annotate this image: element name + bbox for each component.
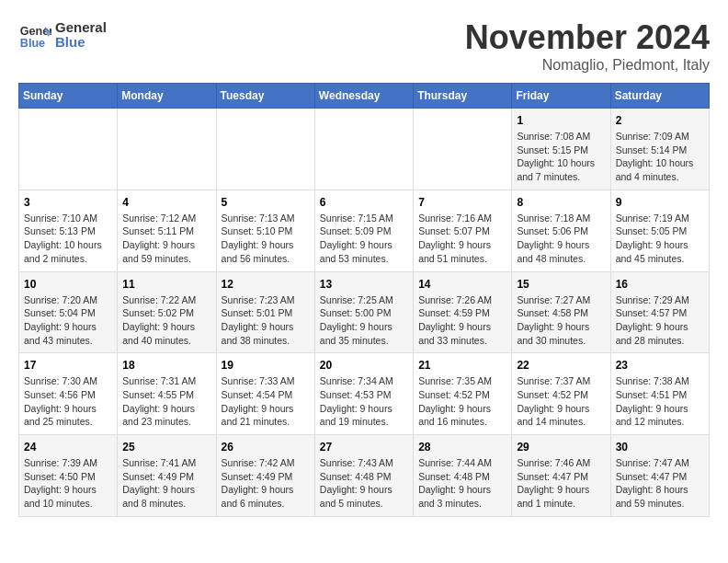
day-number: 27 (320, 441, 408, 454)
calendar-cell: 11Sunrise: 7:22 AM Sunset: 5:02 PM Dayli… (118, 271, 216, 353)
calendar-cell: 3Sunrise: 7:10 AM Sunset: 5:13 PM Daylig… (19, 190, 118, 271)
day-number: 11 (122, 278, 210, 291)
weekday-header-friday: Friday (512, 84, 610, 109)
calendar-cell: 20Sunrise: 7:34 AM Sunset: 4:53 PM Dayli… (314, 353, 413, 435)
weekday-header-wednesday: Wednesday (314, 84, 413, 109)
day-number: 6 (320, 196, 408, 209)
logo-icon: General Blue (18, 18, 51, 52)
day-info: Sunrise: 7:33 AM Sunset: 4:54 PM Dayligh… (222, 374, 310, 429)
weekday-header-monday: Monday (118, 84, 216, 109)
day-info: Sunrise: 7:12 AM Sunset: 5:11 PM Dayligh… (122, 212, 210, 266)
day-info: Sunrise: 7:34 AM Sunset: 4:53 PM Dayligh… (320, 374, 408, 429)
week-row-1: 1Sunrise: 7:08 AM Sunset: 5:15 PM Daylig… (19, 109, 710, 190)
calendar-cell: 24Sunrise: 7:39 AM Sunset: 4:50 PM Dayli… (19, 435, 118, 517)
day-info: Sunrise: 7:37 AM Sunset: 4:52 PM Dayligh… (517, 374, 605, 429)
weekday-header-saturday: Saturday (610, 84, 709, 109)
day-info: Sunrise: 7:23 AM Sunset: 5:01 PM Dayligh… (222, 293, 310, 348)
day-number: 2 (616, 114, 704, 127)
logo-blue: Blue (55, 35, 107, 51)
day-number: 13 (320, 278, 408, 291)
day-number: 30 (616, 441, 704, 454)
day-number: 15 (517, 278, 605, 291)
day-info: Sunrise: 7:27 AM Sunset: 4:58 PM Dayligh… (517, 293, 605, 348)
day-info: Sunrise: 7:08 AM Sunset: 5:15 PM Dayligh… (517, 130, 605, 184)
calendar-cell (314, 109, 413, 190)
header: General Blue General Blue November 2024 … (18, 18, 710, 74)
calendar-cell: 22Sunrise: 7:37 AM Sunset: 4:52 PM Dayli… (512, 353, 610, 435)
day-number: 4 (122, 196, 210, 209)
day-number: 8 (517, 196, 605, 209)
day-info: Sunrise: 7:22 AM Sunset: 5:02 PM Dayligh… (122, 293, 210, 348)
calendar-cell: 26Sunrise: 7:42 AM Sunset: 4:49 PM Dayli… (216, 435, 314, 517)
day-info: Sunrise: 7:10 AM Sunset: 5:13 PM Dayligh… (24, 212, 112, 266)
calendar-cell: 16Sunrise: 7:29 AM Sunset: 4:57 PM Dayli… (610, 271, 709, 353)
weekday-header-row: SundayMondayTuesdayWednesdayThursdayFrid… (19, 84, 710, 109)
week-row-2: 3Sunrise: 7:10 AM Sunset: 5:13 PM Daylig… (19, 190, 710, 271)
calendar-cell: 29Sunrise: 7:46 AM Sunset: 4:47 PM Dayli… (512, 435, 610, 517)
calendar-cell: 9Sunrise: 7:19 AM Sunset: 5:05 PM Daylig… (610, 190, 709, 271)
day-number: 25 (122, 441, 210, 454)
calendar-cell: 21Sunrise: 7:35 AM Sunset: 4:52 PM Dayli… (414, 353, 512, 435)
calendar-cell: 18Sunrise: 7:31 AM Sunset: 4:55 PM Dayli… (118, 353, 216, 435)
week-row-4: 17Sunrise: 7:30 AM Sunset: 4:56 PM Dayli… (19, 353, 710, 435)
calendar-cell (414, 109, 512, 190)
day-info: Sunrise: 7:13 AM Sunset: 5:10 PM Dayligh… (222, 212, 310, 266)
day-info: Sunrise: 7:25 AM Sunset: 5:00 PM Dayligh… (320, 293, 408, 348)
calendar-cell: 28Sunrise: 7:44 AM Sunset: 4:48 PM Dayli… (414, 435, 512, 517)
day-number: 1 (517, 114, 605, 127)
calendar-cell (19, 109, 118, 190)
day-number: 9 (616, 196, 704, 209)
day-info: Sunrise: 7:19 AM Sunset: 5:05 PM Dayligh… (616, 212, 704, 266)
day-info: Sunrise: 7:35 AM Sunset: 4:52 PM Dayligh… (418, 374, 506, 429)
week-row-3: 10Sunrise: 7:20 AM Sunset: 5:04 PM Dayli… (19, 271, 710, 353)
day-number: 21 (418, 359, 506, 372)
weekday-header-thursday: Thursday (414, 84, 512, 109)
day-info: Sunrise: 7:18 AM Sunset: 5:06 PM Dayligh… (517, 212, 605, 266)
day-number: 7 (418, 196, 506, 209)
day-number: 26 (222, 441, 310, 454)
day-info: Sunrise: 7:16 AM Sunset: 5:07 PM Dayligh… (418, 212, 506, 266)
calendar-cell: 6Sunrise: 7:15 AM Sunset: 5:09 PM Daylig… (314, 190, 413, 271)
day-number: 22 (517, 359, 605, 372)
day-number: 14 (418, 278, 506, 291)
day-info: Sunrise: 7:47 AM Sunset: 4:47 PM Dayligh… (616, 456, 704, 511)
day-number: 20 (320, 359, 408, 372)
calendar-cell: 2Sunrise: 7:09 AM Sunset: 5:14 PM Daylig… (610, 109, 709, 190)
day-info: Sunrise: 7:42 AM Sunset: 4:49 PM Dayligh… (222, 456, 310, 511)
day-info: Sunrise: 7:15 AM Sunset: 5:09 PM Dayligh… (320, 212, 408, 266)
calendar-cell: 19Sunrise: 7:33 AM Sunset: 4:54 PM Dayli… (216, 353, 314, 435)
day-info: Sunrise: 7:39 AM Sunset: 4:50 PM Dayligh… (24, 456, 112, 511)
calendar-cell: 13Sunrise: 7:25 AM Sunset: 5:00 PM Dayli… (314, 271, 413, 353)
day-number: 24 (24, 441, 112, 454)
calendar-cell: 23Sunrise: 7:38 AM Sunset: 4:51 PM Dayli… (610, 353, 709, 435)
weekday-header-tuesday: Tuesday (216, 84, 314, 109)
day-number: 12 (222, 278, 310, 291)
calendar-cell: 27Sunrise: 7:43 AM Sunset: 4:48 PM Dayli… (314, 435, 413, 517)
svg-text:Blue: Blue (20, 37, 45, 50)
calendar-table: SundayMondayTuesdayWednesdayThursdayFrid… (18, 83, 710, 517)
calendar-cell: 30Sunrise: 7:47 AM Sunset: 4:47 PM Dayli… (610, 435, 709, 517)
day-info: Sunrise: 7:20 AM Sunset: 5:04 PM Dayligh… (24, 293, 112, 348)
day-number: 29 (517, 441, 605, 454)
calendar-cell: 4Sunrise: 7:12 AM Sunset: 5:11 PM Daylig… (118, 190, 216, 271)
calendar-cell: 17Sunrise: 7:30 AM Sunset: 4:56 PM Dayli… (19, 353, 118, 435)
location: Nomaglio, Piedmont, Italy (465, 57, 710, 74)
day-number: 23 (616, 359, 704, 372)
day-info: Sunrise: 7:26 AM Sunset: 4:59 PM Dayligh… (418, 293, 506, 348)
calendar-cell: 1Sunrise: 7:08 AM Sunset: 5:15 PM Daylig… (512, 109, 610, 190)
calendar-cell: 25Sunrise: 7:41 AM Sunset: 4:49 PM Dayli… (118, 435, 216, 517)
calendar-cell: 10Sunrise: 7:20 AM Sunset: 5:04 PM Dayli… (19, 271, 118, 353)
day-number: 3 (24, 196, 112, 209)
day-number: 17 (24, 359, 112, 372)
day-info: Sunrise: 7:29 AM Sunset: 4:57 PM Dayligh… (616, 293, 704, 348)
calendar-cell: 7Sunrise: 7:16 AM Sunset: 5:07 PM Daylig… (414, 190, 512, 271)
day-info: Sunrise: 7:31 AM Sunset: 4:55 PM Dayligh… (122, 374, 210, 429)
week-row-5: 24Sunrise: 7:39 AM Sunset: 4:50 PM Dayli… (19, 435, 710, 517)
calendar-cell: 5Sunrise: 7:13 AM Sunset: 5:10 PM Daylig… (216, 190, 314, 271)
day-info: Sunrise: 7:38 AM Sunset: 4:51 PM Dayligh… (616, 374, 704, 429)
day-info: Sunrise: 7:43 AM Sunset: 4:48 PM Dayligh… (320, 456, 408, 511)
title-section: November 2024 Nomaglio, Piedmont, Italy (465, 18, 710, 74)
day-info: Sunrise: 7:09 AM Sunset: 5:14 PM Dayligh… (616, 130, 704, 184)
month-title: November 2024 (465, 18, 710, 57)
calendar-cell (216, 109, 314, 190)
